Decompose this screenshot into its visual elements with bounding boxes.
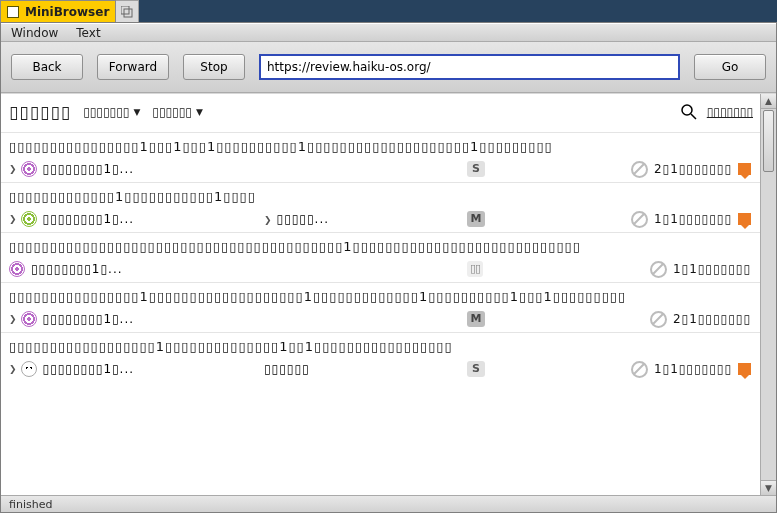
- change-meta: ▯▯▯▯▯▯▯▯1▯...▯▯1▯1▯▯▯▯▯▯▯: [9, 260, 753, 278]
- chevron-icon: ❯: [9, 364, 17, 374]
- owner-name: ▯▯▯▯▯▯▯▯1▯...: [31, 262, 123, 276]
- page-content: ▯▯▯▯▯▯ ▯▯▯▯▯▯▯▼ ▯▯▯▯▯▯▼ ▯▯▯▯▯▯▯ ▯▯▯▯▯▯▯▯…: [1, 93, 776, 495]
- title-bar[interactable]: MiniBrowser: [0, 0, 116, 22]
- menu-bar: Window Text: [1, 24, 776, 42]
- size-badge: M: [467, 211, 485, 227]
- size-badge: S: [467, 161, 485, 177]
- size-badge: M: [467, 311, 485, 327]
- go-button[interactable]: Go: [694, 54, 766, 80]
- vertical-scrollbar[interactable]: ▲ ▼: [760, 94, 776, 495]
- status-icon: [650, 311, 667, 328]
- size-badge: S: [467, 361, 485, 377]
- stop-button[interactable]: Stop: [183, 54, 245, 80]
- branch-label: ❯▯▯▯▯▯...: [264, 212, 329, 226]
- avatar: [9, 261, 25, 277]
- change-title: ▯▯▯▯▯▯▯▯▯▯▯▯▯▯▯▯1▯▯▯▯▯▯▯▯▯▯▯▯▯▯▯▯▯▯▯1▯▯▯…: [9, 289, 753, 304]
- sign-in-link[interactable]: ▯▯▯▯▯▯▯: [707, 105, 753, 119]
- change-row[interactable]: ▯▯▯▯▯▯▯▯▯▯▯▯▯1▯▯▯▯▯▯▯▯▯▯▯1▯▯▯▯❯▯▯▯▯▯▯▯▯1…: [1, 182, 761, 232]
- status-icon: [631, 211, 648, 228]
- comment-icon: [738, 363, 751, 375]
- change-row[interactable]: ▯▯▯▯▯▯▯▯▯▯▯▯▯▯▯▯▯▯▯▯▯▯▯▯▯▯▯▯▯▯▯▯▯▯▯▯▯▯▯▯…: [1, 232, 761, 282]
- size-badge-wrap: ▯▯: [467, 261, 483, 277]
- size-badge: ▯▯: [467, 261, 483, 277]
- updated-text: 1▯1▯▯▯▯▯▯▯: [654, 212, 732, 226]
- owner-name: ▯▯▯▯▯▯▯▯1▯...: [43, 162, 135, 176]
- row-right: 1▯1▯▯▯▯▯▯▯: [631, 211, 751, 228]
- change-title: ▯▯▯▯▯▯▯▯▯▯▯▯▯▯▯▯▯▯1▯▯▯▯▯▯▯▯▯▯▯▯▯▯1▯▯1▯▯▯…: [9, 339, 753, 354]
- chevron-icon: ❯: [264, 215, 273, 225]
- search-icon[interactable]: [681, 104, 697, 120]
- updated-text: 1▯1▯▯▯▯▯▯▯: [654, 362, 732, 376]
- comment-icon: [738, 163, 751, 175]
- change-meta: ❯▯▯▯▯▯▯▯▯1▯...▯▯▯▯▯▯S1▯1▯▯▯▯▯▯▯: [9, 360, 753, 378]
- status-icon: [650, 261, 667, 278]
- svg-line-3: [691, 114, 696, 119]
- avatar: [21, 211, 37, 227]
- change-title: ▯▯▯▯▯▯▯▯▯▯▯▯▯1▯▯▯▯▯▯▯▯▯▯▯1▯▯▯▯: [9, 189, 753, 204]
- menu-text[interactable]: Text: [76, 26, 100, 40]
- comment-icon: [738, 213, 751, 225]
- chevron-down-icon: ▼: [133, 108, 140, 117]
- row-right: 1▯1▯▯▯▯▯▯▯: [650, 261, 751, 278]
- updated-text: 2▯1▯▯▯▯▯▯▯: [654, 162, 732, 176]
- owner-name: ▯▯▯▯▯▯▯▯1▯...: [43, 362, 135, 376]
- chevron-icon: ❯: [9, 164, 17, 174]
- change-meta: ❯▯▯▯▯▯▯▯▯1▯...❯▯▯▯▯▯...M1▯1▯▯▯▯▯▯▯: [9, 210, 753, 228]
- dropdown-1[interactable]: ▯▯▯▯▯▯▯▼: [83, 105, 140, 119]
- size-badge-wrap: M: [467, 211, 485, 227]
- scrollbar-thumb[interactable]: [763, 110, 774, 172]
- change-row[interactable]: ▯▯▯▯▯▯▯▯▯▯▯▯▯▯▯▯1▯▯▯▯▯▯▯▯▯▯▯▯▯▯▯▯▯▯▯1▯▯▯…: [1, 282, 761, 332]
- forward-button[interactable]: Forward: [97, 54, 169, 80]
- chevron-down-icon: ▼: [196, 108, 203, 117]
- url-input[interactable]: https://review.haiku-os.org/: [259, 54, 680, 80]
- change-title: ▯▯▯▯▯▯▯▯▯▯▯▯▯▯▯▯1▯▯▯1▯▯▯1▯▯▯▯▯▯▯▯▯▯1▯▯▯▯…: [9, 139, 753, 154]
- avatar: [21, 361, 37, 377]
- window-title: MiniBrowser: [25, 5, 109, 19]
- back-button[interactable]: Back: [11, 54, 83, 80]
- svg-rect-0: [121, 6, 129, 14]
- owner-name: ▯▯▯▯▯▯▯▯1▯...: [43, 212, 135, 226]
- page-header: ▯▯▯▯▯▯ ▯▯▯▯▯▯▯▼ ▯▯▯▯▯▯▼ ▯▯▯▯▯▯▯: [1, 94, 761, 132]
- avatar: [21, 161, 37, 177]
- title-tab: MiniBrowser: [0, 0, 139, 22]
- size-badge-wrap: S: [467, 361, 485, 377]
- dropdown-2[interactable]: ▯▯▯▯▯▯▼: [152, 105, 203, 119]
- svg-point-2: [682, 105, 692, 115]
- zoom-button[interactable]: [116, 0, 139, 22]
- change-meta: ❯▯▯▯▯▯▯▯▯1▯...S2▯1▯▯▯▯▯▯▯: [9, 160, 753, 178]
- row-right: 2▯1▯▯▯▯▯▯▯: [631, 161, 751, 178]
- scroll-down-icon[interactable]: ▼: [761, 480, 776, 495]
- status-text: finished: [9, 498, 52, 511]
- change-row[interactable]: ▯▯▯▯▯▯▯▯▯▯▯▯▯▯▯▯1▯▯▯1▯▯▯1▯▯▯▯▯▯▯▯▯▯1▯▯▯▯…: [1, 132, 761, 182]
- owner-name: ▯▯▯▯▯▯▯▯1▯...: [43, 312, 135, 326]
- updated-text: 2▯1▯▯▯▯▯▯▯: [673, 312, 751, 326]
- url-text: https://review.haiku-os.org/: [267, 60, 431, 74]
- site-brand[interactable]: ▯▯▯▯▯▯: [9, 102, 71, 122]
- close-icon[interactable]: [7, 6, 19, 18]
- change-row[interactable]: ▯▯▯▯▯▯▯▯▯▯▯▯▯▯▯▯▯▯1▯▯▯▯▯▯▯▯▯▯▯▯▯▯1▯▯1▯▯▯…: [1, 332, 761, 382]
- toolbar: Back Forward Stop https://review.haiku-o…: [1, 42, 776, 93]
- branch-label: ▯▯▯▯▯▯: [264, 362, 310, 376]
- status-bar: finished: [1, 495, 776, 512]
- row-right: 1▯1▯▯▯▯▯▯▯: [631, 361, 751, 378]
- size-badge-wrap: M: [467, 311, 485, 327]
- status-icon: [631, 161, 648, 178]
- svg-rect-1: [124, 9, 132, 17]
- updated-text: 1▯1▯▯▯▯▯▯▯: [673, 262, 751, 276]
- size-badge-wrap: S: [467, 161, 485, 177]
- row-right: 2▯1▯▯▯▯▯▯▯: [650, 311, 751, 328]
- change-title: ▯▯▯▯▯▯▯▯▯▯▯▯▯▯▯▯▯▯▯▯▯▯▯▯▯▯▯▯▯▯▯▯▯▯▯▯▯▯▯▯…: [9, 239, 753, 254]
- change-meta: ❯▯▯▯▯▯▯▯▯1▯...M2▯1▯▯▯▯▯▯▯: [9, 310, 753, 328]
- menu-window[interactable]: Window: [11, 26, 58, 40]
- status-icon: [631, 361, 648, 378]
- chevron-icon: ❯: [9, 214, 17, 224]
- scroll-up-icon[interactable]: ▲: [761, 94, 776, 109]
- zoom-icon: [121, 6, 133, 18]
- chevron-icon: ❯: [9, 314, 17, 324]
- avatar: [21, 311, 37, 327]
